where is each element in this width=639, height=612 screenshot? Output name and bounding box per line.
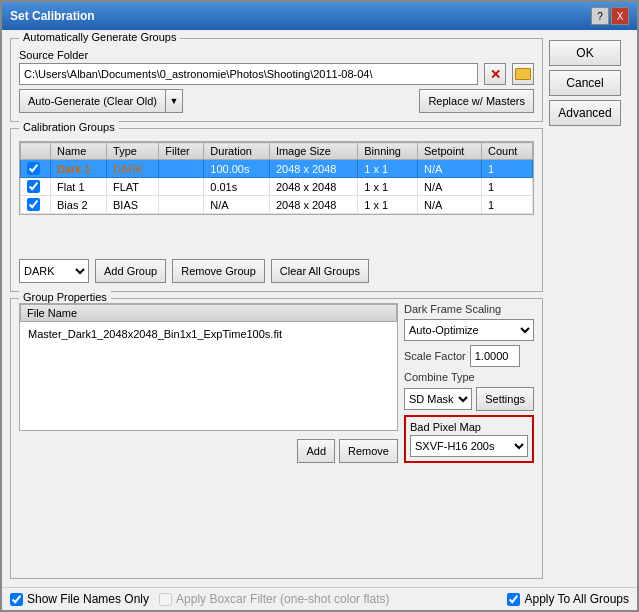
bad-pixel-label: Bad Pixel Map xyxy=(410,421,528,433)
cell-type: FLAT xyxy=(107,178,159,196)
remove-group-button[interactable]: Remove Group xyxy=(172,259,265,283)
apply-all-check: Apply To All Groups xyxy=(507,592,629,606)
props-right: Dark Frame Scaling Auto-Optimize Manual … xyxy=(404,303,534,463)
cell-duration: 0.01s xyxy=(204,178,270,196)
cell-filter xyxy=(159,160,204,178)
cell-imagesize: 2048 x 2048 xyxy=(269,196,357,214)
row-checkbox-2[interactable] xyxy=(27,180,40,193)
scale-factor-row: Scale Factor xyxy=(404,345,534,367)
scale-factor-input[interactable] xyxy=(470,345,520,367)
cell-duration: N/A xyxy=(204,196,270,214)
apply-all-label: Apply To All Groups xyxy=(524,592,629,606)
scale-factor-label: Scale Factor xyxy=(404,350,466,362)
advanced-button[interactable]: Advanced xyxy=(549,100,621,126)
add-file-button[interactable]: Add xyxy=(297,439,335,463)
cell-duration: 100.00s xyxy=(204,160,270,178)
apply-boxcar-checkbox[interactable] xyxy=(159,593,172,606)
bad-pixel-box: Bad Pixel Map SXVF-H16 200s None xyxy=(404,415,534,463)
row-checkbox-3[interactable] xyxy=(27,198,40,211)
clear-path-button[interactable]: ✕ xyxy=(484,63,506,85)
source-folder-label: Source Folder xyxy=(19,49,534,61)
browse-folder-button[interactable] xyxy=(512,63,534,85)
right-panel: OK Cancel Advanced xyxy=(549,38,629,579)
bad-pixel-select[interactable]: SXVF-H16 200s None xyxy=(410,435,528,457)
footer-row: Show File Names Only Apply Boxcar Filter… xyxy=(2,587,637,610)
auto-generate-button[interactable]: Auto-Generate (Clear Old) xyxy=(19,89,165,113)
main-panel: Automatically Generate Groups Source Fol… xyxy=(10,38,543,579)
add-group-button[interactable]: Add Group xyxy=(95,259,166,283)
combine-row: SD Mask Average Median Settings xyxy=(404,387,534,411)
cell-count: 1 xyxy=(482,160,533,178)
cell-imagesize: 2048 x 2048 xyxy=(269,178,357,196)
file-list-header: File Name xyxy=(20,304,397,322)
table-row[interactable]: Bias 2 BIAS N/A 2048 x 2048 1 x 1 N/A 1 xyxy=(21,196,533,214)
calibration-table: Name Type Filter Duration Image Size Bin… xyxy=(20,142,533,214)
cell-name: Dark 1 xyxy=(51,160,107,178)
cell-name: Flat 1 xyxy=(51,178,107,196)
replace-masters-button[interactable]: Replace w/ Masters xyxy=(419,89,534,113)
cell-type: DARK xyxy=(107,160,159,178)
source-folder-input[interactable] xyxy=(19,63,478,85)
apply-boxcar-label: Apply Boxcar Filter (one-shot color flat… xyxy=(176,592,389,606)
cell-binning: 1 x 1 xyxy=(358,196,418,214)
col-filter: Filter xyxy=(159,143,204,160)
cell-count: 1 xyxy=(482,178,533,196)
cell-setpoint: N/A xyxy=(417,196,481,214)
cell-imagesize: 2048 x 2048 xyxy=(269,160,357,178)
calibration-groups-box: Calibration Groups Name Type Filter Dura… xyxy=(10,128,543,292)
title-bar-buttons: ? X xyxy=(591,7,629,25)
dialog: Set Calibration ? X Automatically Genera… xyxy=(0,0,639,612)
col-name: Name xyxy=(51,143,107,160)
row-checkbox-1[interactable] xyxy=(27,162,40,175)
col-duration: Duration xyxy=(204,143,270,160)
close-button[interactable]: X xyxy=(611,7,629,25)
auto-generate-dropdown[interactable]: ▼ xyxy=(165,89,183,113)
title-bar: Set Calibration ? X xyxy=(2,2,637,30)
props-left: File Name Master_Dark1_2048x2048_Bin1x1_… xyxy=(19,303,398,463)
cell-setpoint: N/A xyxy=(417,178,481,196)
x-icon: ✕ xyxy=(490,67,501,82)
ok-button[interactable]: OK xyxy=(549,40,621,66)
props-container: File Name Master_Dark1_2048x2048_Bin1x1_… xyxy=(19,303,534,463)
auto-generate-split-button: Auto-Generate (Clear Old) ▼ xyxy=(19,89,183,113)
clear-all-groups-button[interactable]: Clear All Groups xyxy=(271,259,369,283)
cell-type: BIAS xyxy=(107,196,159,214)
cell-setpoint: N/A xyxy=(417,160,481,178)
file-entry[interactable]: Master_Dark1_2048x2048_Bin1x1_ExpTime100… xyxy=(24,326,393,342)
cell-filter xyxy=(159,196,204,214)
dark-frame-scaling-select[interactable]: Auto-Optimize Manual None xyxy=(404,319,534,341)
settings-button[interactable]: Settings xyxy=(476,387,534,411)
help-button[interactable]: ? xyxy=(591,7,609,25)
group-properties-title: Group Properties xyxy=(19,291,111,303)
col-count: Count xyxy=(482,143,533,160)
cell-binning: 1 x 1 xyxy=(358,160,418,178)
show-files-checkbox[interactable] xyxy=(10,593,23,606)
col-imagesize: Image Size xyxy=(269,143,357,160)
remove-file-button[interactable]: Remove xyxy=(339,439,398,463)
show-files-check: Show File Names Only xyxy=(10,592,149,606)
col-binning: Binning xyxy=(358,143,418,160)
col-type: Type xyxy=(107,143,159,160)
table-row[interactable]: Dark 1 DARK 100.00s 2048 x 2048 1 x 1 N/… xyxy=(21,160,533,178)
combine-type-select[interactable]: SD Mask Average Median xyxy=(404,388,472,410)
group-type-select[interactable]: DARK FLAT BIAS xyxy=(19,259,89,283)
cell-binning: 1 x 1 xyxy=(358,178,418,196)
group-properties-box: Group Properties File Name Master_Dark1_… xyxy=(10,298,543,579)
cell-filter xyxy=(159,178,204,196)
file-list-box: File Name Master_Dark1_2048x2048_Bin1x1_… xyxy=(19,303,398,431)
calibration-groups-title: Calibration Groups xyxy=(19,121,119,133)
calibration-table-container: Name Type Filter Duration Image Size Bin… xyxy=(19,141,534,215)
dialog-title: Set Calibration xyxy=(10,9,95,23)
cell-name: Bias 2 xyxy=(51,196,107,214)
combine-type-label: Combine Type xyxy=(404,371,534,383)
cancel-button[interactable]: Cancel xyxy=(549,70,621,96)
col-setpoint: Setpoint xyxy=(417,143,481,160)
folder-icon xyxy=(515,68,531,80)
col-check xyxy=(21,143,51,160)
group-controls-row: DARK FLAT BIAS Add Group Remove Group Cl… xyxy=(19,259,534,283)
add-remove-row: Add Remove xyxy=(19,439,398,463)
dark-frame-scaling-label: Dark Frame Scaling xyxy=(404,303,534,315)
apply-all-checkbox[interactable] xyxy=(507,593,520,606)
apply-boxcar-check: Apply Boxcar Filter (one-shot color flat… xyxy=(159,592,389,606)
table-row[interactable]: Flat 1 FLAT 0.01s 2048 x 2048 1 x 1 N/A … xyxy=(21,178,533,196)
